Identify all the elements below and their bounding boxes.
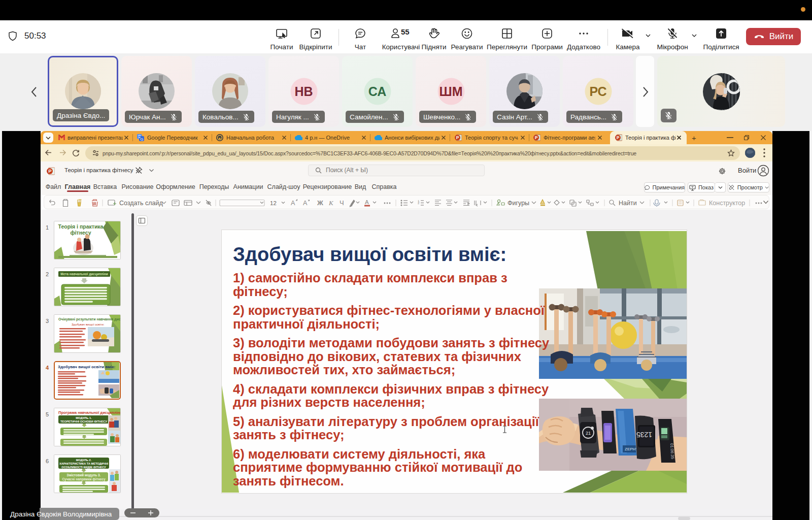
svg-text:21: 21 (586, 431, 591, 436)
svg-text:Найти: Найти (619, 200, 637, 207)
svg-text:P: P (535, 135, 538, 140)
svg-text:ОСОБЛИВОСТІ ВИДІВ ФІТНЕСУ: ОСОБЛИВОСТІ ВИДІВ ФІТНЕСУ (61, 466, 106, 469)
svg-text:МОДУЛЬ 1.: МОДУЛЬ 1. (76, 416, 92, 419)
svg-text:Мета навчальної дисципліни: Мета навчальної дисципліни (60, 272, 108, 276)
svg-text:ХАРАКТЕРИСТИКА ТА МЕТОДИЧНІ: ХАРАКТЕРИСТИКА ТА МЕТОДИЧНІ (59, 462, 108, 465)
svg-text:P: P (617, 135, 620, 140)
svg-text:Фигуры: Фигуры (507, 200, 529, 207)
svg-text:А: А (365, 199, 369, 205)
svg-text:Конструктор: Конструктор (709, 200, 745, 207)
svg-text:Ч: Ч (340, 199, 344, 207)
svg-text:P: P (456, 135, 459, 140)
svg-text:К: К (328, 199, 334, 207)
svg-text:P: P (48, 168, 52, 174)
svg-text:Теорія і практика: Теорія і практика (58, 223, 104, 230)
svg-text:Ж: Ж (317, 199, 323, 207)
svg-text:МОДУЛЬ 2.: МОДУЛЬ 2. (76, 459, 92, 462)
svg-text:01:06:35: 01:06:35 (669, 443, 675, 460)
svg-text:Создать слайд: Создать слайд (119, 200, 163, 207)
svg-text:А: А (303, 200, 308, 207)
svg-text:А: А (291, 200, 295, 207)
svg-text:12: 12 (270, 200, 277, 206)
svg-text:Сучасні напрямки фітнесу: Сучасні напрямки фітнесу (62, 477, 106, 481)
svg-text:Програма навчальної дисципліни: Програма навчальної дисципліни (58, 410, 121, 415)
svg-text:2: 2 (418, 202, 420, 205)
svg-text:Очікувані результати навчання: Очікувані результати навчання дисц (58, 317, 121, 321)
svg-text:G: G (141, 137, 144, 141)
svg-text:Здобувач вищої освіти вміє:: Здобувач вищої освіти вміє: (58, 365, 116, 369)
svg-text:ТЕОРЕТИЧНІ ОСНОВИ ФІТНЕСУ: ТЕОРЕТИЧНІ ОСНОВИ ФІТНЕСУ (60, 420, 107, 423)
svg-text:Здобувач вищої освіти:: Здобувач вищої освіти: (72, 323, 105, 326)
svg-text:1235: 1235 (636, 431, 652, 439)
